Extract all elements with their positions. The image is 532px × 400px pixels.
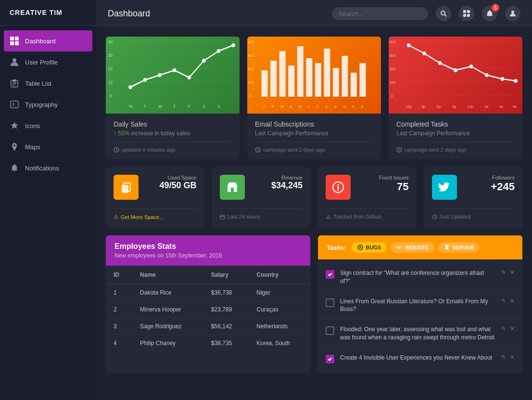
store-icon	[220, 175, 245, 200]
svg-rect-3	[15, 41, 19, 45]
header: Dashboard 5	[96, 0, 532, 27]
fixed-issues-text: Fixed Issues 75	[379, 175, 409, 193]
charts-row: 40 30 20 10 0	[106, 37, 522, 159]
followers-card: Followers +245 Just Updated	[424, 167, 523, 228]
svg-text:200: 200	[248, 80, 254, 85]
brand-logo: CREATIVE TIM	[0, 0, 96, 26]
task-text: Create 4 Invisible User Experiences you …	[340, 354, 495, 362]
employees-table: ID Name Salary Country 1 Dakota Rice $36…	[106, 266, 310, 351]
col-name: Name	[132, 266, 203, 284]
tab-bugs[interactable]: BUGS	[352, 242, 387, 253]
table-row: 3 Sage Rodriguez $56,142 Netherlands	[106, 318, 310, 335]
list-item: Sign contract for "What are conference o…	[318, 263, 522, 292]
svg-text:800: 800	[390, 40, 395, 44]
sidebar-item-icons[interactable]: Icons	[0, 115, 96, 136]
svg-rect-61	[360, 63, 366, 97]
grid-view-icon-button[interactable]	[459, 6, 474, 21]
sidebar-item-maps[interactable]: Maps	[0, 136, 96, 157]
svg-rect-57	[324, 49, 330, 97]
svg-rect-52	[279, 51, 286, 97]
svg-text:6p: 6p	[437, 104, 441, 109]
svg-text:600: 600	[248, 53, 254, 58]
copy-icon	[114, 175, 139, 200]
revenue-text: Revenue $34,245	[271, 175, 303, 191]
task-delete-button[interactable]: ✕	[510, 297, 515, 304]
notification-icon-button[interactable]: 5	[482, 6, 497, 21]
task-delete-button[interactable]: ✕	[510, 354, 515, 361]
svg-marker-113	[327, 215, 330, 219]
cell-salary: $36,738	[203, 284, 249, 301]
email-subscriptions-footer: campaign sent 2 days ago	[255, 142, 373, 153]
search-icon-button[interactable]	[436, 6, 451, 21]
svg-text:O: O	[343, 104, 346, 109]
svg-line-118	[399, 245, 400, 249]
grid-icon	[10, 36, 19, 46]
employees-table-body: 1 Dakota Rice $36,738 Niger 2 Minerva Ho…	[106, 284, 310, 352]
tab-server-label: SERVER	[452, 245, 474, 250]
sidebar-item-user-profile[interactable]: User Profile	[0, 52, 96, 73]
cell-salary: $23,789	[203, 301, 249, 318]
svg-point-30	[143, 78, 147, 82]
daily-sales-card: 40 30 20 10 0	[106, 37, 240, 159]
sidebar-item-maps-label: Maps	[25, 143, 40, 151]
table-row: 4 Philip Chaney $38,735 Korea, South	[106, 335, 310, 352]
sidebar: CREATIVE TIM Dashboard User Profile	[0, 0, 96, 400]
daily-sales-info: Daily Sales ↑ 55% increase in today sale…	[106, 114, 240, 159]
used-space-top: Used Space 49/50 GB	[114, 175, 197, 204]
completed-tasks-chart: 800 600 400 200 0	[389, 37, 522, 114]
list-item: Lines From Great Russian Literature? Or …	[318, 292, 522, 320]
svg-rect-59	[342, 56, 348, 97]
svg-rect-17	[467, 14, 470, 17]
task-edit-button[interactable]: ✎	[501, 354, 506, 361]
header-right: 5	[332, 6, 520, 21]
tab-server[interactable]: SERVER	[438, 242, 480, 253]
task-edit-button[interactable]: ✎	[501, 325, 506, 332]
col-id: ID	[106, 266, 132, 284]
list-item: Create 4 Invisible User Experiences you …	[318, 348, 522, 369]
svg-point-29	[128, 85, 132, 89]
svg-rect-56	[315, 63, 321, 97]
svg-rect-16	[463, 14, 466, 17]
task-edit-button[interactable]: ✎	[501, 297, 506, 304]
svg-point-91	[501, 77, 504, 81]
task-edit-button[interactable]: ✎	[501, 269, 506, 276]
tasks-card: Tasks: BUGS WEBSITE SERVER	[318, 235, 522, 373]
sidebar-item-dashboard[interactable]: Dashboard	[4, 30, 92, 52]
completed-tasks-subtitle: Last Campaign Performance	[396, 130, 515, 137]
cell-name: Sage Rodriguez	[132, 318, 203, 335]
svg-text:400: 400	[390, 67, 395, 71]
sidebar-item-table-list[interactable]: Table List	[0, 73, 96, 94]
employees-table-card: Employees Stats New employees on 15th Se…	[106, 235, 310, 373]
user-avatar-button[interactable]	[505, 6, 520, 21]
followers-top: Followers +245	[432, 175, 515, 204]
svg-rect-55	[306, 58, 312, 97]
completed-tasks-info: Completed Tasks Last Campaign Performanc…	[389, 114, 522, 159]
svg-point-85	[407, 43, 410, 47]
svg-text:S: S	[334, 104, 337, 109]
task-checkbox[interactable]	[326, 270, 334, 279]
svg-text:M: M	[129, 104, 132, 109]
sidebar-item-notifications[interactable]: Notifications	[0, 157, 96, 179]
task-checkbox[interactable]	[326, 298, 334, 307]
cell-id: 2	[106, 301, 132, 318]
task-actions: ✎ ✕	[501, 269, 515, 276]
tasks-label: Tasks:	[327, 244, 346, 251]
svg-text:20: 20	[108, 66, 113, 71]
sidebar-item-typography[interactable]: T Typography	[0, 94, 96, 115]
cell-country: Netherlands	[249, 318, 310, 335]
tab-website[interactable]: WEBSITE	[391, 242, 434, 253]
search-input[interactable]	[332, 7, 428, 20]
svg-point-111	[338, 184, 339, 186]
svg-text:3p: 3p	[421, 104, 425, 109]
task-delete-button[interactable]: ✕	[510, 325, 515, 332]
cell-name: Minerva Hooper	[132, 301, 203, 318]
email-subscriptions-info: Email Subscriptions Last Campaign Perfor…	[247, 114, 381, 159]
svg-text:6a: 6a	[499, 104, 504, 109]
daily-sales-footer: updated 4 minutes ago	[114, 142, 232, 153]
svg-point-4	[13, 58, 16, 62]
task-delete-button[interactable]: ✕	[510, 269, 515, 276]
email-subscriptions-chart: 800 600 400 200 0	[247, 37, 381, 114]
svg-text:S: S	[203, 104, 205, 109]
task-checkbox[interactable]	[326, 355, 334, 363]
task-checkbox[interactable]	[326, 326, 334, 335]
